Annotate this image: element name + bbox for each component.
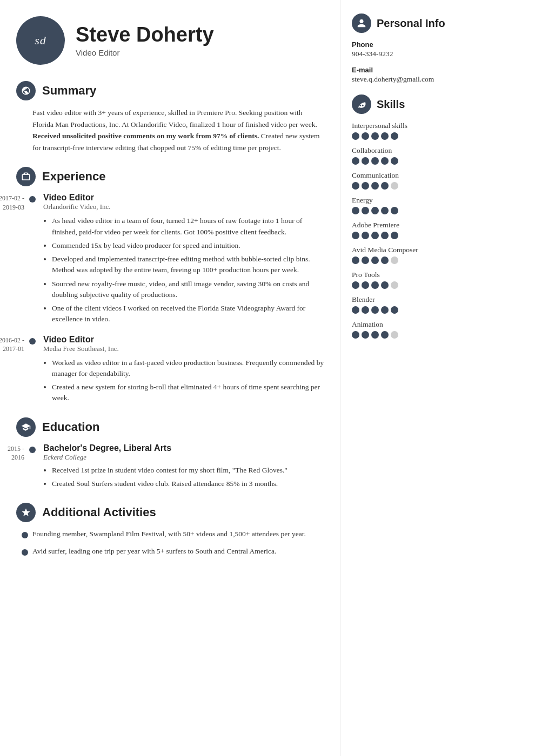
dot <box>362 331 369 339</box>
skill-name: Adobe Premiere <box>352 221 521 230</box>
email-value: steve.q.doherty@gmail.com <box>352 75 521 84</box>
left-column: sd Steve Doherty Video Editor Summary Fa… <box>0 0 340 756</box>
dot <box>381 132 389 140</box>
dot <box>381 331 389 339</box>
phone-label: Phone <box>352 40 521 49</box>
right-column: Personal Info Phone 904-334-9232 E-mail … <box>340 0 535 756</box>
edu-degree: Bachelor's Degree, Liberal Arts <box>43 443 324 453</box>
skill-dots <box>352 182 521 190</box>
list-item: Created Soul Surfers student video club.… <box>52 478 324 489</box>
skill-avid: Avid Media Composer <box>352 246 521 264</box>
list-item: As head video editor in a team of four, … <box>52 215 324 238</box>
education-title: Education <box>42 420 99 434</box>
list-item: Received 1st prize in student video cont… <box>52 465 324 476</box>
education-icon <box>16 417 36 437</box>
activity-dot-1 <box>22 532 28 538</box>
job2-company: Media Free Southeast, Inc. <box>43 345 324 353</box>
skill-name: Blender <box>352 295 521 304</box>
skill-dots <box>352 132 521 140</box>
edu-date: 2015 -2016 <box>0 444 24 463</box>
job1-bullets: As head video editor in a team of four, … <box>43 215 324 325</box>
job2-bullets: Worked as video editor in a fast-paced v… <box>43 357 324 404</box>
experience-job-1: 2017-02 -2019-03 Video Editor Orlandorif… <box>16 193 324 325</box>
dot <box>352 132 359 140</box>
briefcase-icon <box>21 172 31 181</box>
activity-item-2: Avid surfer, leading one trip per year w… <box>16 546 324 557</box>
dot <box>362 182 369 190</box>
resume-header: sd Steve Doherty Video Editor <box>16 16 324 65</box>
dot <box>371 281 379 289</box>
dot <box>371 182 379 190</box>
avatar: sd <box>16 16 65 65</box>
skill-energy: Energy <box>352 196 521 214</box>
dot <box>391 306 398 314</box>
skill-name: Pro Tools <box>352 271 521 279</box>
dot <box>381 281 389 289</box>
timeline-dot-1 <box>29 196 36 202</box>
dot <box>371 207 379 214</box>
skills-svg-icon <box>357 99 366 109</box>
phone-value: 904-334-9232 <box>352 50 521 58</box>
summary-text: Fast video editor with 3+ years of exper… <box>16 107 324 153</box>
avatar-initials: sd <box>35 33 46 48</box>
dot <box>391 157 398 165</box>
edu-dot-1 <box>29 447 36 453</box>
activity-dot-2 <box>22 549 28 556</box>
edu-bullets: Received 1st prize in student video cont… <box>43 465 324 490</box>
skill-name: Interpersonal skills <box>352 122 521 130</box>
list-item: Developed and implemented transcript-fre… <box>52 254 324 276</box>
skill-animation: Animation <box>352 320 521 339</box>
edu-school: Eckerd College <box>43 453 324 462</box>
email-label: E-mail <box>352 66 521 74</box>
skills-header: Skills <box>352 94 521 114</box>
summary-icon <box>16 81 36 100</box>
dot <box>352 157 359 165</box>
activity-item-1: Founding member, Swampland Film Festival… <box>16 529 324 539</box>
skill-name: Avid Media Composer <box>352 246 521 254</box>
skill-dots <box>352 331 521 339</box>
activities-header: Additional Activities <box>16 503 324 522</box>
dot <box>362 157 369 165</box>
skill-communication: Communication <box>352 171 521 190</box>
job1-date: 2017-02 -2019-03 <box>0 194 24 212</box>
skill-blender: Blender <box>352 295 521 314</box>
job1-company: Orlandorific Video, Inc. <box>43 202 324 211</box>
dot <box>352 256 359 264</box>
experience-job-2: 2016-02 -2017-01 Video Editor Media Free… <box>16 335 324 404</box>
dot <box>381 182 389 190</box>
dot <box>391 207 398 214</box>
candidate-name: Steve Doherty <box>76 24 214 46</box>
dot <box>391 232 398 239</box>
activities-title: Additional Activities <box>42 505 156 519</box>
skills-list: Interpersonal skills Collaboration <box>352 122 521 339</box>
dot <box>352 306 359 314</box>
dot <box>371 157 379 165</box>
skill-interpersonal: Interpersonal skills <box>352 122 521 140</box>
dot <box>371 331 379 339</box>
activities-icon <box>16 503 36 522</box>
timeline-dot-2 <box>29 338 36 345</box>
skill-dots <box>352 207 521 214</box>
list-item: Commended 15x by lead video producer for… <box>52 240 324 251</box>
dot <box>391 281 398 289</box>
dot <box>362 256 369 264</box>
candidate-title: Video Editor <box>76 48 214 57</box>
personal-info-title: Personal Info <box>377 17 445 30</box>
experience-icon <box>16 167 36 186</box>
dot <box>391 256 398 264</box>
dot <box>362 207 369 214</box>
globe-icon <box>21 86 31 96</box>
dot <box>381 207 389 214</box>
education-section: Education 2015 -2016 Bachelor's Degree, … <box>16 417 324 490</box>
list-item: One of the client videos I worked on rec… <box>52 303 324 325</box>
summary-header: Summary <box>16 81 324 100</box>
summary-title: Summary <box>42 84 96 98</box>
dot <box>352 232 359 239</box>
experience-section: Experience 2017-02 -2019-03 Video Editor… <box>16 167 324 403</box>
graduation-icon <box>21 422 31 432</box>
dot <box>371 306 379 314</box>
dot <box>352 331 359 339</box>
personal-info-icon <box>352 14 371 33</box>
dot <box>362 281 369 289</box>
skill-dots <box>352 281 521 289</box>
